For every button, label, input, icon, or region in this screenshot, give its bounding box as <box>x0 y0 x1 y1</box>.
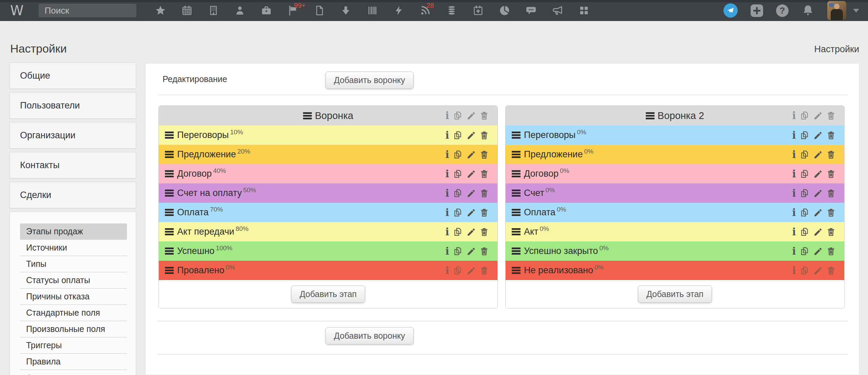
notifications-bell-icon[interactable] <box>801 4 814 17</box>
sidebar-section[interactable]: Сделки <box>10 182 136 208</box>
megaphone-icon[interactable] <box>552 5 563 16</box>
copy-icon[interactable] <box>453 246 463 256</box>
document-icon[interactable] <box>314 5 325 16</box>
building-icon[interactable] <box>208 5 219 16</box>
edit-icon[interactable] <box>813 188 823 198</box>
info-icon[interactable]: i <box>792 188 796 198</box>
edit-icon[interactable] <box>466 150 476 160</box>
drag-handle-icon[interactable] <box>165 151 174 158</box>
delete-icon[interactable] <box>479 227 489 237</box>
rss-icon[interactable]: 28 <box>419 5 431 16</box>
delete-icon[interactable] <box>479 246 489 256</box>
lightning-icon[interactable] <box>393 5 404 16</box>
drag-handle-icon[interactable] <box>165 132 174 139</box>
info-icon[interactable]: i <box>445 188 450 198</box>
calendar-plus-icon[interactable] <box>472 5 484 16</box>
user-icon[interactable] <box>234 5 246 16</box>
drag-handle-icon[interactable] <box>646 112 655 119</box>
add-button[interactable] <box>751 4 763 17</box>
delete-icon[interactable] <box>826 227 836 237</box>
drag-handle-icon[interactable] <box>512 209 521 216</box>
copy-icon[interactable] <box>453 111 463 121</box>
edit-icon[interactable] <box>813 208 823 218</box>
copy-icon[interactable] <box>799 130 810 140</box>
edit-icon[interactable] <box>466 130 476 140</box>
sidebar-subitem[interactable]: Причины отказа <box>20 289 127 305</box>
copy-icon[interactable] <box>799 169 810 179</box>
delete-icon[interactable] <box>479 265 489 276</box>
info-icon[interactable]: i <box>792 169 796 179</box>
edit-icon[interactable] <box>813 111 823 121</box>
database-icon[interactable] <box>446 5 457 16</box>
add-stage-button[interactable]: Добавить этап <box>638 285 712 303</box>
barcode-icon[interactable] <box>366 5 378 16</box>
info-icon[interactable]: i <box>792 227 796 237</box>
sidebar-subitem[interactable]: Статусы оплаты <box>20 272 127 289</box>
add-funnel-button[interactable]: Добавить воронку <box>325 327 414 344</box>
sidebar-subitem[interactable]: Правила <box>20 354 127 370</box>
star-icon[interactable] <box>155 5 166 16</box>
delete-icon[interactable] <box>826 130 836 140</box>
sidebar-section[interactable]: Общие <box>10 62 136 89</box>
copy-icon[interactable] <box>453 130 463 140</box>
copy-icon[interactable] <box>453 150 463 160</box>
info-icon[interactable]: i <box>792 208 796 218</box>
breadcrumb[interactable]: Настройки <box>814 44 859 55</box>
drag-handle-icon[interactable] <box>165 190 174 197</box>
flag-icon[interactable]: 99+ <box>287 5 299 16</box>
sidebar-subitem[interactable]: Стандартные поля <box>20 305 127 321</box>
info-icon[interactable]: i <box>445 130 450 140</box>
user-avatar[interactable] <box>827 1 846 20</box>
caret-down-icon[interactable] <box>853 9 859 13</box>
sidebar-subitem[interactable]: Триггеры <box>20 337 127 354</box>
download-arrow-icon[interactable] <box>340 5 352 16</box>
sidebar-subitem[interactable]: Этапы продаж <box>20 223 127 240</box>
delete-icon[interactable] <box>826 111 836 121</box>
info-icon[interactable]: i <box>445 111 450 121</box>
copy-icon[interactable] <box>453 208 463 218</box>
info-icon[interactable]: i <box>792 265 796 276</box>
delete-icon[interactable] <box>479 188 489 198</box>
copy-icon[interactable] <box>453 169 463 179</box>
add-stage-button[interactable]: Добавить этап <box>291 285 365 303</box>
drag-handle-icon[interactable] <box>512 248 521 255</box>
info-icon[interactable]: i <box>445 208 450 218</box>
drag-handle-icon[interactable] <box>512 228 521 235</box>
drag-handle-icon[interactable] <box>512 267 521 274</box>
delete-icon[interactable] <box>826 150 836 160</box>
edit-icon[interactable] <box>813 150 823 160</box>
search-input[interactable] <box>39 4 136 17</box>
delete-icon[interactable] <box>479 169 489 179</box>
info-icon[interactable]: i <box>445 265 450 276</box>
delete-icon[interactable] <box>479 150 489 160</box>
edit-icon[interactable] <box>813 130 823 140</box>
sidebar-section[interactable]: Организации <box>10 122 136 149</box>
copy-icon[interactable] <box>453 265 463 276</box>
telegram-icon[interactable] <box>723 3 738 18</box>
copy-icon[interactable] <box>453 227 463 237</box>
info-icon[interactable]: i <box>445 227 450 237</box>
drag-handle-icon[interactable] <box>165 209 174 216</box>
drag-handle-icon[interactable] <box>165 248 174 255</box>
copy-icon[interactable] <box>799 265 810 276</box>
info-icon[interactable]: i <box>445 246 450 256</box>
info-icon[interactable]: i <box>792 150 796 160</box>
calendar-icon[interactable] <box>181 5 193 16</box>
delete-icon[interactable] <box>479 208 489 218</box>
delete-icon[interactable] <box>479 130 489 140</box>
drag-handle-icon[interactable] <box>165 170 174 177</box>
delete-icon[interactable] <box>826 246 836 256</box>
delete-icon[interactable] <box>826 208 836 218</box>
copy-icon[interactable] <box>799 208 810 218</box>
help-button[interactable]: ? <box>776 4 789 17</box>
info-icon[interactable]: i <box>792 130 796 140</box>
copy-icon[interactable] <box>799 188 810 198</box>
edit-icon[interactable] <box>466 227 476 237</box>
edit-icon[interactable] <box>466 246 476 256</box>
sidebar-subitem[interactable]: Источники <box>20 240 127 256</box>
edit-icon[interactable] <box>466 265 476 276</box>
chat-icon[interactable] <box>525 5 537 16</box>
sidebar-section[interactable]: Пользователи <box>10 92 136 119</box>
copy-icon[interactable] <box>799 246 810 256</box>
sidebar-section[interactable]: Контакты <box>10 152 136 178</box>
